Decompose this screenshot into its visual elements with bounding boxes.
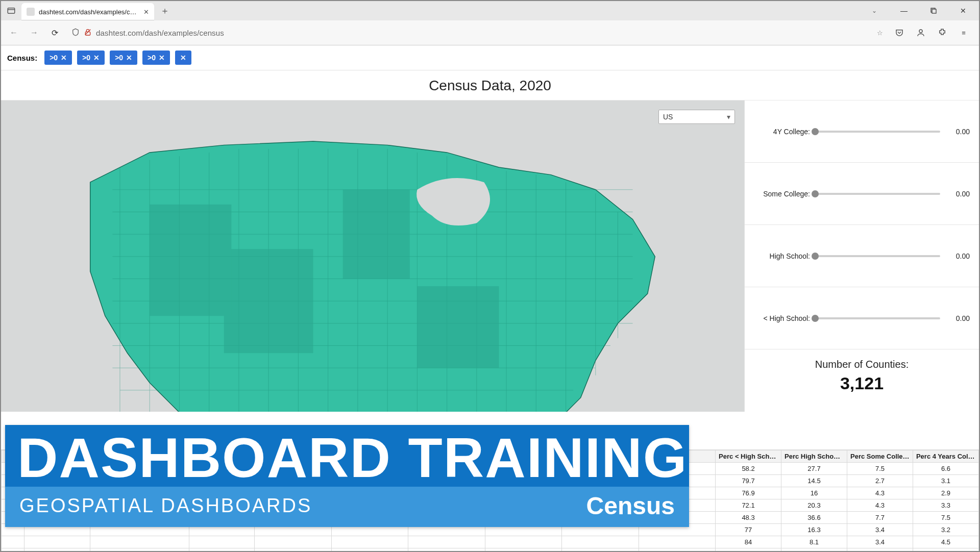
slider-below-high-school: < High School: 0.00 (745, 287, 979, 349)
table-cell: 79.7 (716, 475, 781, 487)
window-close-button[interactable]: ✕ (948, 2, 978, 20)
table-cell: 4.5 (913, 536, 978, 548)
window-minimize-button[interactable]: — (889, 2, 919, 20)
table-header[interactable]: Perc Some College (847, 450, 913, 463)
address-bar[interactable]: dashtest.com/dash/examples/census ☆ (67, 24, 887, 41)
table-cell: 76.9 (716, 487, 781, 499)
filter-chip[interactable]: >0✕ (142, 51, 170, 65)
table-cell: 12 (913, 548, 978, 552)
extensions-icon[interactable] (935, 26, 949, 40)
choropleth-map[interactable]: US ▾ (1, 101, 744, 412)
table-cell (485, 548, 561, 552)
slider-label: Some College: (754, 190, 810, 198)
slider-value: 0.00 (945, 190, 970, 198)
filter-chip[interactable]: >0✕ (44, 51, 72, 65)
table-cell: 4.3 (847, 487, 913, 499)
svg-rect-10 (150, 205, 231, 316)
table-row[interactable]: 59.420.18.512 (2, 548, 979, 552)
chip-close-icon[interactable]: ✕ (180, 54, 186, 62)
slider-label: < High School: (754, 314, 810, 322)
slider-thumb[interactable] (812, 128, 819, 135)
table-cell (189, 536, 255, 548)
region-select[interactable]: US ▾ (658, 110, 735, 124)
table-cell (24, 548, 90, 552)
window-titlebar: dashtest.com/dash/examples/cens ✕ ＋ ⌄ — … (1, 1, 979, 20)
chip-close-icon[interactable]: ✕ (159, 54, 165, 62)
window-chevron-button[interactable]: ⌄ (860, 2, 889, 20)
table-cell: 6.6 (913, 463, 978, 475)
filter-label: Census: (7, 54, 37, 62)
slider-4y-college: 4Y College: 0.00 (745, 101, 979, 163)
table-cell (408, 536, 485, 548)
chip-close-icon[interactable]: ✕ (126, 54, 132, 62)
filter-chip-clear[interactable]: ✕ (175, 51, 191, 65)
nav-forward-button[interactable]: → (27, 25, 42, 40)
slider-thumb[interactable] (812, 190, 819, 197)
table-cell: 84 (716, 536, 781, 548)
table-cell: 3.4 (847, 524, 913, 536)
filter-bar: Census: >0✕ >0✕ >0✕ >0✕ ✕ (1, 45, 979, 70)
svg-rect-7 (343, 190, 410, 279)
browser-tab[interactable]: dashtest.com/dash/examples/cens ✕ (21, 3, 154, 20)
table-cell (90, 548, 189, 552)
bookmark-star-icon[interactable]: ☆ (877, 29, 883, 37)
table-cell: 7.7 (847, 512, 913, 524)
nav-reload-button[interactable]: ⟳ (47, 25, 62, 40)
table-row[interactable]: 848.13.44.5 (2, 536, 979, 548)
slider-thumb[interactable] (812, 253, 819, 260)
slider-track[interactable] (815, 255, 940, 257)
slider-label: 4Y College: (754, 128, 810, 136)
tab-title: dashtest.com/dash/examples/cens (39, 8, 139, 16)
table-header[interactable]: Perc 4 Years Collage (913, 450, 978, 463)
slider-track[interactable] (815, 193, 940, 195)
table-cell: 8.5 (847, 548, 913, 552)
table-cell: 8.1 (781, 536, 847, 548)
table-cell: 20.1 (781, 548, 847, 552)
table-cell (562, 536, 639, 548)
table-header[interactable]: Perc High School (781, 450, 847, 463)
table-cell (639, 548, 715, 552)
slider-value: 0.00 (945, 128, 970, 136)
slider-thumb[interactable] (812, 315, 819, 322)
filter-chip[interactable]: >0✕ (110, 51, 137, 65)
table-cell (24, 536, 90, 548)
slider-value: 0.00 (945, 252, 970, 260)
account-icon[interactable] (914, 26, 928, 40)
table-cell: 36.6 (781, 512, 847, 524)
filter-chip[interactable]: >0✕ (77, 51, 105, 65)
new-tab-button[interactable]: ＋ (157, 3, 173, 18)
table-cell (331, 548, 408, 552)
banner-tag: Census (586, 492, 675, 520)
table-cell: 7.5 (847, 463, 913, 475)
banner-subtitle: GEOSPATIAL DASHBOARDS (19, 495, 312, 517)
table-cell (485, 536, 561, 548)
table-cell: 16.3 (781, 524, 847, 536)
region-select-value: US (663, 113, 673, 121)
svg-rect-8 (224, 249, 313, 353)
table-cell (2, 548, 24, 552)
chip-close-icon[interactable]: ✕ (93, 54, 100, 62)
table-cell (255, 536, 331, 548)
url-text: dashtest.com/dash/examples/census (96, 29, 873, 37)
table-cell: 7.5 (913, 512, 978, 524)
slider-track[interactable] (815, 131, 940, 133)
nav-back-button[interactable]: ← (6, 25, 21, 40)
slider-label: High School: (754, 252, 810, 260)
svg-rect-0 (8, 8, 15, 14)
window-maximize-button[interactable] (919, 2, 948, 20)
tab-close-button[interactable]: ✕ (143, 8, 149, 16)
slider-track[interactable] (815, 317, 940, 319)
browser-toolbar: ← → ⟳ dashtest.com/dash/examples/census … (1, 20, 979, 45)
table-cell: 3.1 (913, 475, 978, 487)
not-secure-icon (84, 28, 92, 38)
table-cell: 4.3 (847, 499, 913, 512)
chip-close-icon[interactable]: ✕ (61, 54, 67, 62)
filter-icon[interactable] (841, 455, 847, 460)
table-header[interactable]: Perc < High School (716, 450, 781, 463)
pocket-icon[interactable] (892, 26, 906, 40)
shield-icon (71, 28, 80, 38)
app-icon (4, 4, 18, 18)
menu-icon[interactable]: ≡ (957, 26, 971, 40)
chevron-down-icon: ▾ (727, 113, 730, 121)
table-cell: 3.3 (913, 499, 978, 512)
